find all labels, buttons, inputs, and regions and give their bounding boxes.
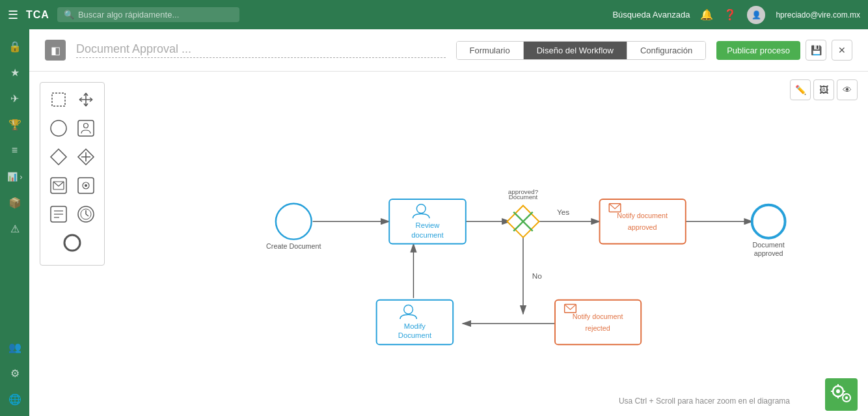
search-box[interactable]: 🔍 Buscar algo rápidamente... [57, 7, 239, 22]
search-placeholder: Buscar algo rápidamente... [78, 10, 179, 20]
tool-manual-task[interactable] [47, 202, 70, 226]
layout: 🔒 ★ ✈ 🏆 ≡ 📊 › 📦 ⚠ 👥 ⚙ 🌐 ◧ Document Appro… [0, 29, 868, 416]
canvas[interactable]: ✏️ 🖼 👁 Y [115, 72, 868, 416]
create-document-label: Create Document [266, 242, 321, 250]
page-title[interactable]: Document Approval ... [76, 42, 446, 58]
workflow-area: ✏️ 🖼 👁 Y [29, 72, 868, 416]
canvas-gear-icon [825, 378, 858, 411]
nav-brand: TCA [26, 9, 49, 21]
header-actions: Publicar proceso 💾 ✕ [716, 40, 852, 61]
page-header: ◧ Document Approval ... Formulario Diseñ… [29, 29, 868, 72]
advanced-search-link[interactable]: Búsqueda Avanzada [612, 10, 690, 20]
diagram-svg: Yes No Create Document [115, 72, 868, 416]
page-icon: ◧ [45, 40, 66, 61]
svg-point-31 [64, 235, 80, 251]
nav-right: Búsqueda Avanzada 🔔 ❓ 👤 hpreciado@vire.c… [612, 6, 860, 24]
help-icon[interactable]: ❓ [724, 8, 737, 21]
svg-text:Yes: Yes [557, 208, 569, 216]
search-icon: 🔍 [64, 10, 74, 20]
tool-service-task[interactable] [74, 174, 98, 197]
svg-point-11 [51, 120, 66, 136]
svg-line-30 [86, 214, 88, 216]
gateway-label2: approved? [508, 188, 539, 195]
tool-row-4 [46, 174, 99, 197]
tool-pan[interactable] [74, 88, 98, 111]
tab-configuracion[interactable]: Configuración [627, 42, 705, 59]
navbar: ☰ TCA 🔍 Buscar algo rápidamente... Búsqu… [0, 0, 868, 29]
sidebar-item-chart[interactable]: 📊 › [3, 165, 27, 188]
svg-point-50 [836, 389, 840, 393]
tab-bar: Formulario Diseño del Workflow Configura… [456, 41, 707, 60]
user-email: hpreciado@vire.com.mx [776, 10, 860, 20]
tool-row-2 [46, 117, 99, 140]
notify-rejected-line1: Notify document [573, 312, 623, 320]
cube-icon: ◧ [51, 44, 61, 57]
svg-text:No: No [532, 271, 542, 280]
review-document-label: Review [416, 221, 441, 229]
bell-icon[interactable]: 🔔 [700, 8, 713, 21]
svg-point-52 [845, 396, 848, 399]
tab-workflow[interactable]: Diseño del Workflow [524, 42, 627, 59]
tool-row-5 [46, 202, 99, 226]
hamburger-icon[interactable]: ☰ [8, 8, 18, 22]
main-content: ◧ Document Approval ... Formulario Diseñ… [29, 29, 868, 416]
review-document-label2: document [411, 231, 444, 239]
svg-point-22 [85, 184, 87, 187]
sidebar-item-lock[interactable]: 🔒 [3, 35, 27, 58]
modify-document-label2: Document [398, 331, 432, 339]
modify-document-label: Modify [404, 322, 426, 330]
close-button[interactable]: ✕ [832, 40, 852, 61]
sidebar-item-package[interactable]: 📦 [3, 191, 27, 214]
toolbox [40, 82, 105, 266]
tool-select[interactable] [47, 88, 70, 111]
tool-send-task[interactable] [47, 174, 70, 197]
sidebar-item-settings[interactable]: ⚙ [3, 361, 27, 385]
tool-row-1 [46, 88, 99, 111]
sidebar-narrow: 🔒 ★ ✈ 🏆 ≡ 📊 › 📦 ⚠ 👥 ⚙ 🌐 [0, 29, 29, 416]
notify-rejected-node[interactable] [555, 300, 641, 345]
tab-formulario[interactable]: Formulario [457, 42, 524, 59]
notify-approved-node[interactable] [600, 199, 686, 244]
sidebar-item-list[interactable]: ≡ [3, 139, 27, 162]
sidebar-item-users[interactable]: 👥 [3, 335, 27, 359]
tool-parallel-gateway[interactable] [74, 145, 98, 169]
sidebar-item-send[interactable]: ✈ [3, 87, 27, 110]
avatar[interactable]: 👤 [747, 6, 765, 24]
end-event-node[interactable] [752, 205, 785, 238]
notify-approved-line2: approved [628, 223, 657, 231]
tool-timer-event[interactable] [74, 202, 98, 226]
sidebar-item-trophy[interactable]: 🏆 [3, 113, 27, 136]
save-button[interactable]: 💾 [806, 40, 826, 61]
start-event-node[interactable] [276, 204, 312, 240]
svg-point-13 [84, 124, 88, 128]
canvas-hint: Usa Ctrl + Scroll para hacer zoom en el … [619, 396, 790, 406]
sidebar-item-warning[interactable]: ⚠ [3, 217, 27, 240]
svg-rect-0 [52, 93, 65, 106]
sidebar-item-globe[interactable]: 🌐 [3, 387, 27, 411]
tool-row-6 [46, 231, 99, 255]
svg-marker-14 [51, 149, 66, 165]
tool-row-3 [46, 145, 99, 169]
notify-rejected-line2: rejected [585, 324, 610, 332]
sidebar-item-star[interactable]: ★ [3, 61, 27, 84]
doc-approved-label: Document [753, 241, 785, 249]
tool-start-event[interactable] [47, 117, 70, 140]
publish-button[interactable]: Publicar proceso [716, 41, 800, 60]
tool-exclusive-gateway[interactable] [47, 145, 70, 169]
tool-end-event[interactable] [61, 231, 84, 255]
notify-approved-line1: Notify document [617, 212, 668, 219]
doc-approved-label2: approved [754, 249, 783, 257]
nav-left: ☰ TCA 🔍 Buscar algo rápidamente... [8, 7, 602, 22]
tool-user-task[interactable] [74, 117, 98, 140]
